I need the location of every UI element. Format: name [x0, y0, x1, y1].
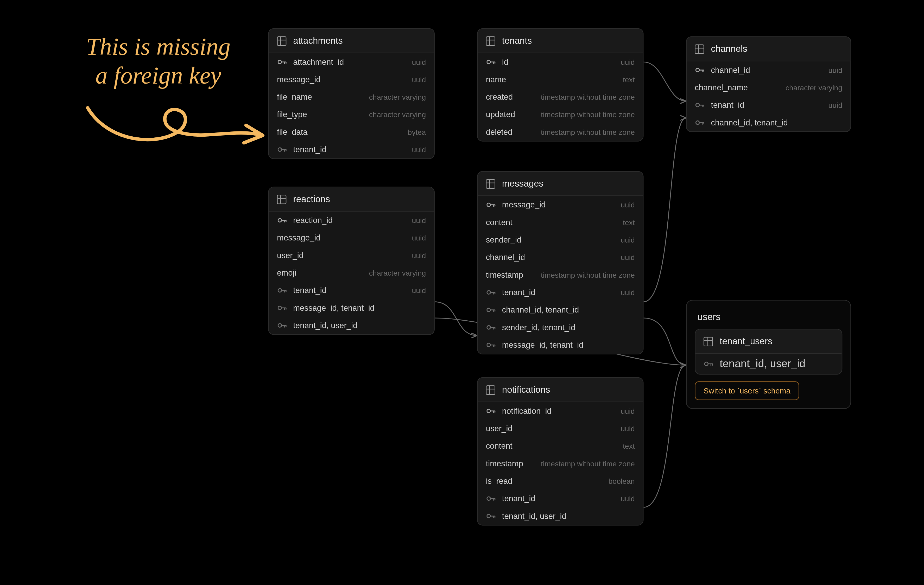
column-row[interactable]: tenant_id uuid	[269, 282, 434, 299]
primary-key-icon	[486, 407, 497, 414]
column-row[interactable]: file_name character varying	[269, 88, 434, 105]
column-type: text	[623, 76, 635, 84]
column-type: uuid	[621, 494, 635, 503]
column-row[interactable]: notification_id uuid	[478, 402, 643, 420]
column-row[interactable]: tenant_id uuid	[478, 283, 643, 301]
table-header[interactable]: tenants	[478, 29, 643, 53]
key-icon	[487, 59, 496, 65]
column-row[interactable]: timestamp timestamp without time zone	[478, 266, 643, 283]
column-row[interactable]: deleted timestamp without time zone	[478, 124, 643, 141]
column-row[interactable]: channel_id, tenant_id	[478, 301, 643, 318]
column-name: reaction_id	[293, 216, 406, 225]
column-row[interactable]: tenant_id uuid	[478, 490, 643, 507]
table-header[interactable]: attachments	[269, 29, 434, 53]
table-reactions[interactable]: reactions reaction_id uuid message_id uu…	[268, 186, 434, 335]
column-name: sender_id	[486, 235, 615, 245]
column-type: uuid	[621, 201, 635, 209]
column-type: uuid	[828, 66, 842, 74]
column-name: attachment_id	[293, 57, 406, 67]
column-row[interactable]: user_id uuid	[478, 420, 643, 437]
column-row[interactable]: message_id, tenant_id	[478, 336, 643, 354]
column-row[interactable]: emoji character varying	[269, 264, 434, 282]
column-row[interactable]: reaction_id uuid	[269, 212, 434, 229]
table-notifications[interactable]: notifications notification_id uuid user_…	[477, 377, 644, 526]
column-row[interactable]: message_id uuid	[269, 71, 434, 88]
column-row[interactable]: channel_name character varying	[686, 79, 850, 96]
column-row[interactable]: user_id uuid	[269, 247, 434, 264]
column-row[interactable]: tenant_id uuid	[686, 96, 850, 114]
schema-group-users[interactable]: users tenant_users tenant_id, user_id Sw…	[686, 300, 851, 409]
column-row[interactable]: channel_id uuid	[686, 61, 850, 79]
switch-schema-button[interactable]: Switch to `users` schema	[695, 381, 799, 400]
foreign-key-icon	[277, 322, 288, 329]
column-row[interactable]: timestamp timestamp without time zone	[478, 455, 643, 472]
table-header[interactable]: reactions	[269, 187, 434, 212]
table-tenants[interactable]: tenants id uuid name text created timest…	[477, 28, 644, 142]
column-row[interactable]: updated timestamp without time zone	[478, 105, 643, 123]
column-row[interactable]: id uuid	[478, 53, 643, 71]
column-row[interactable]: channel_id, tenant_id	[686, 114, 850, 132]
column-type: uuid	[412, 286, 426, 294]
column-row[interactable]: file_type character varying	[269, 105, 434, 123]
key-icon	[278, 59, 287, 65]
table-header[interactable]: messages	[478, 172, 643, 196]
column-name: channel_id	[711, 65, 823, 75]
column-row[interactable]: tenant_id uuid	[269, 141, 434, 158]
column-name: tenant_id	[711, 101, 823, 110]
column-row[interactable]: sender_id, tenant_id	[478, 319, 643, 336]
table-title: channels	[711, 44, 747, 54]
primary-key-icon	[486, 59, 497, 65]
column-row[interactable]: message_id, tenant_id	[269, 299, 434, 317]
column-type: timestamp without time zone	[541, 271, 635, 279]
column-row[interactable]: file_data bytea	[269, 124, 434, 141]
table-header[interactable]: notifications	[478, 378, 643, 402]
column-row[interactable]: message_id uuid	[478, 196, 643, 213]
primary-key-icon	[277, 59, 288, 65]
column-name: channel_id	[486, 253, 615, 262]
column-row[interactable]: created timestamp without time zone	[478, 88, 643, 105]
column-type: uuid	[621, 288, 635, 297]
table-tenant-users[interactable]: tenant_users tenant_id, user_id	[695, 329, 842, 374]
primary-key-icon	[277, 217, 288, 224]
column-row[interactable]: content text	[478, 214, 643, 231]
table-header[interactable]: channels	[686, 37, 850, 61]
column-row[interactable]: channel_id uuid	[478, 249, 643, 266]
column-type: uuid	[621, 58, 635, 66]
column-type: uuid	[621, 253, 635, 261]
table-body: id uuid name text created timestamp with…	[478, 53, 643, 141]
foreign-key-icon	[486, 307, 497, 313]
column-row[interactable]: is_read boolean	[478, 472, 643, 490]
column-name: name	[486, 75, 618, 84]
column-row[interactable]: attachment_id uuid	[269, 53, 434, 71]
column-row[interactable]: tenant_id, user_id	[478, 508, 643, 525]
column-type: character varying	[369, 110, 426, 119]
foreign-key-icon	[277, 287, 288, 294]
column-name: tenant_id	[502, 494, 615, 503]
table-header[interactable]: tenant_users	[695, 330, 842, 354]
column-name: notification_id	[502, 406, 615, 415]
column-row[interactable]: tenant_id, user_id	[269, 317, 434, 334]
column-type: uuid	[828, 101, 842, 109]
column-row[interactable]: sender_id uuid	[478, 231, 643, 249]
column-type: uuid	[621, 236, 635, 244]
column-name: message_id, tenant_id	[293, 303, 426, 313]
table-attachments[interactable]: attachments attachment_id uuid message_i…	[268, 28, 434, 159]
column-row[interactable]: name text	[478, 71, 643, 88]
column-row[interactable]: content text	[478, 437, 643, 455]
key-icon	[487, 512, 496, 519]
table-channels[interactable]: channels channel_id uuid channel_name ch…	[686, 36, 851, 132]
column-type: character varying	[369, 93, 426, 101]
column-row[interactable]: message_id uuid	[269, 229, 434, 246]
table-body: channel_id uuid channel_name character v…	[686, 61, 850, 132]
key-icon	[487, 201, 496, 208]
column-name: channel_name	[695, 83, 780, 92]
table-icon	[277, 36, 286, 46]
column-name: message_id	[277, 75, 407, 84]
annotation-line-2: a foreign key	[68, 61, 249, 91]
column-type: uuid	[412, 145, 426, 153]
foreign-key-icon	[486, 324, 497, 331]
table-title: tenants	[502, 36, 532, 46]
foreign-key-icon	[703, 361, 714, 367]
table-messages[interactable]: messages message_id uuid content text se…	[477, 171, 644, 354]
column-row[interactable]: tenant_id, user_id	[695, 354, 842, 374]
